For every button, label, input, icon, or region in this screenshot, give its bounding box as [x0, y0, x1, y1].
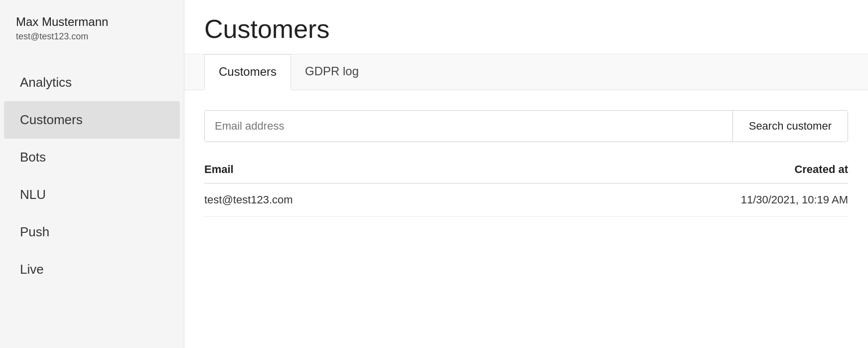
main-content: Customers Customers GDPR log Search cust…: [184, 0, 868, 348]
search-row: Search customer: [204, 110, 848, 142]
sidebar-nav: Analytics Customers Bots NLU Push Live: [0, 64, 184, 288]
col-header-created-at: Created at: [495, 156, 848, 183]
customers-table: Email Created at test@test123.com11/30/2…: [204, 156, 848, 217]
search-customer-button[interactable]: Search customer: [732, 111, 848, 142]
user-name: Max Mustermann: [16, 14, 168, 29]
page-title: Customers: [204, 14, 848, 44]
sidebar-item-live[interactable]: Live: [4, 251, 180, 288]
sidebar: Max Mustermann test@test123.com Analytic…: [0, 0, 184, 348]
sidebar-item-push[interactable]: Push: [4, 213, 180, 251]
sidebar-item-analytics[interactable]: Analytics: [4, 64, 180, 101]
sidebar-item-nlu[interactable]: NLU: [4, 176, 180, 213]
col-header-email: Email: [204, 156, 495, 183]
table-row: test@test123.com11/30/2021, 10:19 AM: [204, 183, 848, 217]
tabs-bar: Customers GDPR log: [184, 54, 868, 90]
table-header-row: Email Created at: [204, 156, 848, 183]
email-input[interactable]: [205, 111, 732, 142]
user-section: Max Mustermann test@test123.com: [0, 14, 184, 58]
cell-created-at: 11/30/2021, 10:19 AM: [495, 183, 848, 217]
user-email: test@test123.com: [16, 31, 168, 42]
sidebar-item-customers[interactable]: Customers: [4, 101, 180, 139]
tab-gdpr-log[interactable]: GDPR log: [291, 54, 373, 90]
sidebar-item-bots[interactable]: Bots: [4, 139, 180, 176]
content-area: Search customer Email Created at test@te…: [184, 90, 868, 348]
cell-email: test@test123.com: [204, 183, 495, 217]
page-header: Customers: [184, 0, 868, 54]
tab-customers[interactable]: Customers: [204, 54, 291, 90]
